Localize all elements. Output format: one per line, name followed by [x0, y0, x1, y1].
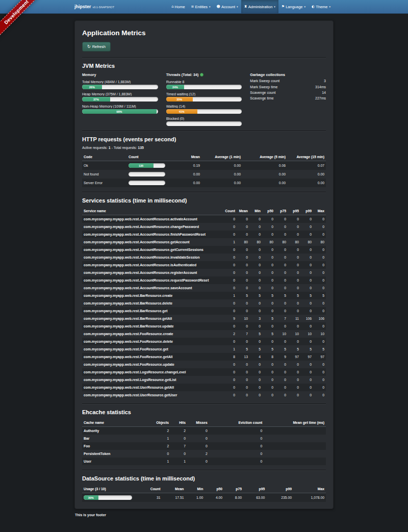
service-name-cell: com.mycompany.myapp.web.rest.AccountReso… — [82, 269, 223, 276]
divider — [82, 192, 326, 193]
table-row: Server Error0.000.000.000.00 — [82, 179, 326, 187]
service-value-cell: 0 — [313, 246, 326, 254]
gc-row: Mark Sweep time314ms — [250, 84, 326, 89]
datasource-value-cell: 1.00 — [185, 493, 205, 502]
navbar: jhipster v0.1-SNAPSHOT ⌂Home≡Entities▾☻A… — [0, 0, 408, 14]
service-value-cell: 0 — [300, 368, 313, 376]
gc-row: Scavenge count14 — [250, 90, 326, 95]
service-value-cell: 5 — [237, 345, 249, 353]
progress-track: 37% — [82, 97, 158, 102]
caret-down-icon: ▾ — [237, 5, 238, 8]
service-value-cell: 0 — [275, 391, 288, 399]
service-value-cell: 0 — [288, 307, 300, 315]
service-value-cell: 0 — [275, 322, 288, 330]
service-name-cell: com.mycompany.myapp.web.rest.FooResource… — [82, 338, 223, 345]
brand-link[interactable]: jhipster v0.1-SNAPSHOT — [74, 4, 114, 9]
nav-item-home[interactable]: ⌂Home — [168, 0, 188, 13]
service-value-cell: 13 — [237, 353, 249, 361]
services-section-title: Services statistics (time in millisecond… — [82, 197, 326, 204]
service-value-cell: 0 — [262, 384, 275, 391]
nav-item-account[interactable]: ☻Account▾ — [214, 0, 241, 13]
service-value-cell: 0 — [237, 299, 249, 307]
table-row: com.mycompany.myapp.web.rest.UserResourc… — [82, 391, 326, 399]
services-statistics-table: Service nameCountMeanMinp50p75p95p99Max … — [82, 207, 326, 399]
datasource-value-cell: 1,078.00 — [293, 493, 326, 502]
service-value-cell: 80 — [313, 238, 326, 246]
service-value-cell: 0 — [223, 322, 237, 330]
services-table-head-row: Service nameCountMeanMinp50p75p95p99Max — [82, 207, 326, 215]
service-value-cell: 0 — [300, 338, 313, 345]
service-value-cell: 0 — [249, 261, 262, 269]
refresh-button[interactable]: ↻ Refresh — [82, 42, 111, 52]
nav-item-entities[interactable]: ≡Entities▾ — [188, 0, 214, 13]
service-value-cell: 0 — [262, 338, 275, 345]
nav-item-administration[interactable]: ♜Administration▾ — [241, 0, 278, 13]
cache-value-cell: 1 — [150, 435, 170, 442]
service-value-cell: 0 — [288, 299, 300, 307]
jvm-section-title: JVM Metrics — [82, 63, 326, 69]
footer: This is your footer — [74, 509, 334, 521]
service-value-cell: 80 — [237, 238, 249, 246]
column-header: Count — [136, 485, 162, 493]
service-value-cell: 5 — [249, 345, 262, 353]
service-value-cell: 0 — [237, 276, 249, 284]
service-value-cell: 0 — [300, 246, 313, 254]
progress-bar-fill: 135 — [129, 163, 154, 168]
nav-item-language[interactable]: ⚑Language▾ — [278, 0, 309, 13]
service-value-cell: 11 — [288, 315, 300, 322]
table-row: Authority2200 — [82, 427, 326, 435]
service-name-cell: com.mycompany.myapp.web.rest.AccountReso… — [82, 246, 223, 254]
cache-value-cell: 0 — [209, 435, 264, 442]
cache-name-cell: Bar — [82, 435, 150, 442]
table-row: com.mycompany.myapp.web.rest.AccountReso… — [82, 284, 326, 292]
cache-value-cell: 0 — [209, 450, 264, 458]
service-value-cell: 0 — [300, 276, 313, 284]
table-row: com.mycompany.myapp.web.rest.FooResource… — [82, 330, 326, 338]
cache-value-cell: 0 — [187, 458, 209, 465]
datasource-value-cell: 63.00 — [243, 493, 266, 502]
column-header: p75 — [224, 485, 243, 493]
column-header: p75 — [275, 207, 288, 215]
progress-bar-fill: 41% — [166, 109, 197, 114]
service-value-cell: 0 — [237, 231, 249, 238]
nav-item-label: Language — [286, 5, 302, 9]
service-name-cell: com.mycompany.myapp.web.rest.BarResource… — [82, 307, 223, 315]
service-name-cell: com.mycompany.myapp.web.rest.AccountReso… — [82, 223, 223, 231]
service-value-cell: 1 — [223, 345, 237, 353]
flag-icon: ⚑ — [282, 5, 285, 9]
service-value-cell: 0 — [300, 307, 313, 315]
caret-down-icon: ▾ — [209, 5, 211, 8]
service-value-cell: 4 — [249, 353, 262, 361]
service-value-cell: 0 — [237, 322, 249, 330]
column-header: p99 — [266, 485, 293, 493]
thread-dump-info-icon[interactable] — [200, 73, 203, 77]
table-row: com.mycompany.myapp.web.rest.FooResource… — [82, 345, 326, 353]
http-value-cell: 0.00 — [287, 170, 326, 179]
service-value-cell: 0 — [223, 269, 237, 276]
http-requests-table: CodeCountMeanAverage (1 min)Average (5 m… — [82, 153, 326, 187]
table-row: com.mycompany.myapp.web.rest.AccountReso… — [82, 269, 326, 276]
cache-value-cell: 2 — [150, 427, 170, 435]
service-value-cell: 0 — [237, 384, 249, 391]
http-table-body: Ok1350.190.000.060.07Not found0.000.000.… — [82, 161, 326, 188]
service-value-cell: 0 — [223, 246, 237, 254]
service-value-cell: 0 — [262, 246, 275, 254]
service-value-cell: 5 — [313, 292, 326, 299]
service-value-cell: 0 — [237, 376, 249, 384]
service-value-cell: 0 — [275, 223, 288, 231]
http-value-cell: 0.00 — [201, 179, 242, 187]
divider — [82, 470, 326, 471]
progress-bar-fill: 35% — [166, 97, 193, 102]
service-value-cell: 0 — [275, 376, 288, 384]
service-name-cell: com.mycompany.myapp.web.rest.AccountReso… — [82, 261, 223, 269]
column-header: p50 — [205, 485, 224, 493]
total-requests-label: - Total requests: — [112, 146, 137, 149]
column-header: p95 — [288, 207, 300, 215]
service-value-cell: 5 — [300, 292, 313, 299]
service-value-cell: 0 — [300, 231, 313, 238]
nav-item-theme[interactable]: ◐Theme▾ — [309, 0, 334, 13]
service-value-cell: 0 — [262, 261, 275, 269]
http-code-cell: Ok — [82, 161, 127, 170]
service-value-cell: 0 — [288, 338, 300, 345]
gc-label: Scavenge time — [250, 96, 273, 100]
